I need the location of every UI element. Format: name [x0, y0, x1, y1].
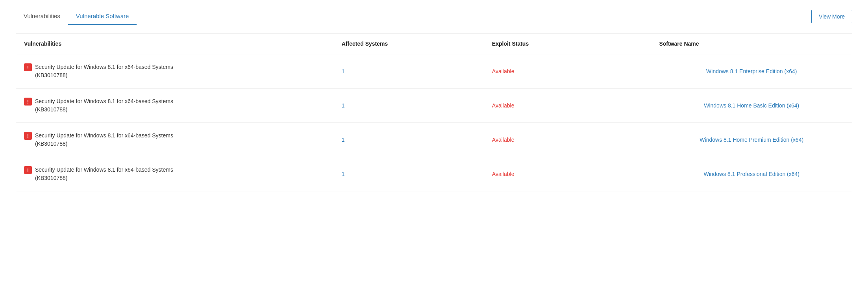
vuln-cell-1: ! Security Update for Windows 8.1 for x6…	[16, 89, 334, 123]
affected-systems-link-0[interactable]: 1	[342, 68, 345, 74]
software-name-link-1[interactable]: Windows 8.1 Home Basic Edition (x64)	[659, 102, 844, 110]
tabs-container: Vulnerabilities Vulnerable Software View…	[16, 8, 852, 25]
tab-vulnerabilities[interactable]: Vulnerabilities	[16, 8, 68, 25]
tabs: Vulnerabilities Vulnerable Software	[16, 8, 137, 25]
col-header-affected-systems: Affected Systems	[334, 33, 484, 54]
exploit-status-2: Available	[492, 137, 515, 143]
main-table: Vulnerabilities Affected Systems Exploit…	[16, 33, 852, 191]
affected-systems-cell-1: 1	[334, 89, 484, 123]
affected-systems-cell-3: 1	[334, 157, 484, 191]
exploit-status-cell-1: Available	[484, 89, 651, 123]
exploit-status-1: Available	[492, 102, 515, 109]
vuln-cell-0: ! Security Update for Windows 8.1 for x6…	[16, 54, 334, 89]
software-name-cell-1: Windows 8.1 Home Basic Edition (x64)	[651, 89, 852, 123]
table-row: ! Security Update for Windows 8.1 for x6…	[16, 89, 852, 123]
software-name-link-3[interactable]: Windows 8.1 Professional Edition (x64)	[659, 170, 844, 178]
col-header-exploit-status: Exploit Status	[484, 33, 651, 54]
alert-icon-2: !	[24, 132, 32, 140]
table-container: Vulnerabilities Affected Systems Exploit…	[16, 33, 852, 191]
table-row: ! Security Update for Windows 8.1 for x6…	[16, 123, 852, 157]
col-header-software-name: Software Name	[651, 33, 852, 54]
vuln-text-2: Security Update for Windows 8.1 for x64-…	[35, 131, 189, 148]
page-container: Vulnerabilities Vulnerable Software View…	[0, 0, 868, 287]
table-header-row: Vulnerabilities Affected Systems Exploit…	[16, 33, 852, 54]
software-name-cell-2: Windows 8.1 Home Premium Edition (x64)	[651, 123, 852, 157]
vuln-text-0: Security Update for Windows 8.1 for x64-…	[35, 63, 189, 80]
affected-systems-link-3[interactable]: 1	[342, 171, 345, 177]
exploit-status-3: Available	[492, 171, 515, 177]
alert-icon-0: !	[24, 63, 32, 71]
exploit-status-cell-2: Available	[484, 123, 651, 157]
vuln-cell-3: ! Security Update for Windows 8.1 for x6…	[16, 157, 334, 191]
tab-vulnerable-software[interactable]: Vulnerable Software	[68, 8, 137, 25]
exploit-status-cell-3: Available	[484, 157, 651, 191]
exploit-status-0: Available	[492, 68, 515, 74]
vuln-cell-2: ! Security Update for Windows 8.1 for x6…	[16, 123, 334, 157]
affected-systems-link-1[interactable]: 1	[342, 102, 345, 109]
software-name-link-2[interactable]: Windows 8.1 Home Premium Edition (x64)	[659, 136, 844, 144]
software-name-cell-0: Windows 8.1 Enterprise Edition (x64)	[651, 54, 852, 89]
software-name-cell-3: Windows 8.1 Professional Edition (x64)	[651, 157, 852, 191]
alert-icon-3: !	[24, 166, 32, 174]
view-more-button[interactable]: View More	[811, 10, 852, 23]
affected-systems-cell-2: 1	[334, 123, 484, 157]
vuln-text-3: Security Update for Windows 8.1 for x64-…	[35, 166, 189, 182]
table-row: ! Security Update for Windows 8.1 for x6…	[16, 157, 852, 191]
affected-systems-link-2[interactable]: 1	[342, 137, 345, 143]
table-row: ! Security Update for Windows 8.1 for x6…	[16, 54, 852, 89]
affected-systems-cell-0: 1	[334, 54, 484, 89]
software-name-link-0[interactable]: Windows 8.1 Enterprise Edition (x64)	[659, 67, 844, 76]
col-header-vulnerabilities: Vulnerabilities	[16, 33, 334, 54]
alert-icon-1: !	[24, 98, 32, 106]
exploit-status-cell-0: Available	[484, 54, 651, 89]
vuln-text-1: Security Update for Windows 8.1 for x64-…	[35, 97, 189, 114]
